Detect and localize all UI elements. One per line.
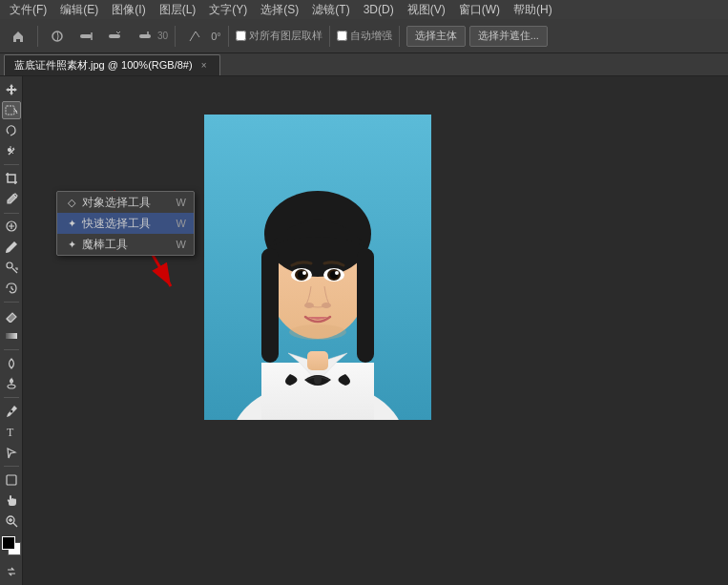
svg-rect-3 [139, 34, 151, 38]
foreground-color[interactable] [2, 536, 15, 550]
quick-select-tool[interactable] [2, 101, 21, 120]
toolbar-sep-3 [228, 26, 229, 47]
history-brush-tool[interactable] [2, 279, 21, 298]
popup-quick-select-shortcut: W [177, 218, 186, 229]
main-area: T [0, 76, 728, 585]
left-toolbar: T [0, 76, 23, 585]
svg-point-32 [302, 271, 306, 275]
svg-rect-25 [357, 248, 374, 363]
svg-text:T: T [7, 426, 14, 438]
add-mode-btn[interactable] [102, 24, 127, 49]
lt-sep-3 [4, 302, 19, 303]
menu-filter[interactable]: 滤镜(T) [306, 0, 355, 20]
menu-window[interactable]: 窗口(W) [453, 0, 506, 20]
blur-tool[interactable] [2, 354, 21, 373]
quick-select-icon: ✦ [65, 217, 78, 230]
toolbar-sep-1 [37, 26, 38, 47]
svg-rect-24 [261, 248, 279, 363]
select-subject-button[interactable]: 选择主体 [406, 26, 466, 47]
options-toolbar: 30 0° 对所有图层取样 自动增强 选择主体 选择并遮住... [0, 19, 728, 53]
brush-size-indicator: 30 [157, 31, 168, 41]
path-select-tool[interactable] [2, 443, 21, 462]
popup-object-select-label: 对象选择工具 [82, 195, 151, 211]
tab-title: 蓝底证件照素材.jpg @ 100%(RGB/8#) [14, 58, 193, 73]
menu-view[interactable]: 视图(V) [402, 0, 451, 20]
popup-magic-wand-shortcut: W [177, 239, 186, 250]
menu-select[interactable]: 选择(S) [255, 0, 304, 20]
popup-quick-select-label: 快速选择工具 [82, 216, 151, 232]
menu-help[interactable]: 帮助(H) [508, 0, 558, 20]
shape-tool[interactable] [2, 470, 21, 490]
dodge-tool[interactable] [2, 375, 21, 394]
move-tool[interactable] [2, 80, 21, 99]
crop-tool[interactable] [2, 169, 21, 188]
tab-bar: 蓝底证件照素材.jpg @ 100%(RGB/8#) × [0, 53, 728, 76]
svg-point-33 [335, 271, 339, 275]
lt-sep-5 [4, 397, 19, 398]
svg-point-18 [314, 375, 322, 385]
menu-file[interactable]: 文件(F) [4, 0, 52, 20]
home-button[interactable] [6, 24, 31, 49]
select-and-mask-button[interactable]: 选择并遮住... [469, 26, 548, 47]
svg-point-9 [8, 385, 15, 388]
subtract-mode-btn[interactable] [133, 24, 157, 49]
menu-image[interactable]: 图像(I) [106, 0, 151, 20]
svg-rect-2 [109, 34, 120, 38]
active-tab[interactable]: 蓝底证件照素材.jpg @ 100%(RGB/8#) × [4, 54, 220, 75]
text-tool[interactable]: T [2, 423, 21, 442]
auto-enhance-checkbox[interactable] [337, 31, 347, 41]
lt-sep-4 [4, 349, 19, 350]
lt-sep-6 [4, 466, 19, 467]
clone-stamp-tool[interactable] [2, 259, 21, 278]
photo-canvas [204, 115, 431, 420]
popup-object-select-shortcut: W [177, 197, 186, 208]
brush-mode-btn[interactable] [73, 24, 98, 49]
sample-all-layers-label: 对所有图层取样 [249, 29, 322, 43]
svg-rect-19 [307, 351, 328, 370]
magic-wand-tool[interactable] [2, 142, 21, 161]
svg-point-7 [7, 262, 12, 268]
healing-tool[interactable] [2, 217, 21, 236]
zoom-tool[interactable] [2, 512, 21, 531]
eyedropper-tool[interactable] [2, 190, 21, 209]
auto-enhance-label: 自动增强 [350, 29, 392, 43]
svg-point-36 [289, 324, 346, 340]
toolbar-sep-5 [399, 26, 400, 47]
sample-all-layers-checkbox[interactable] [236, 31, 246, 41]
angle-value: 0° [211, 31, 221, 42]
toolbar-sep-4 [329, 26, 330, 47]
menu-3d[interactable]: 3D(D) [358, 1, 400, 18]
svg-rect-8 [6, 333, 17, 339]
popup-magic-wand[interactable]: ✦ 魔棒工具 W [57, 234, 194, 255]
angle-icon [182, 24, 207, 49]
menu-layer[interactable]: 图层(L) [154, 0, 202, 20]
lt-sep-2 [4, 213, 19, 214]
eraser-tool[interactable] [2, 306, 21, 325]
svg-point-34 [304, 303, 314, 308]
color-picker[interactable] [2, 536, 21, 555]
canvas-area: ◇ 对象选择工具 W ✦ 快速选择工具 W ✦ 魔棒工具 W [23, 76, 728, 585]
sample-all-layers-group: 对所有图层取样 [236, 29, 322, 43]
photo-image [204, 115, 431, 420]
lasso-tool[interactable] [2, 121, 21, 140]
svg-point-5 [8, 148, 10, 151]
svg-rect-4 [6, 106, 14, 115]
gradient-tool[interactable] [2, 326, 21, 345]
popup-quick-select[interactable]: ✦ 快速选择工具 W [57, 213, 194, 234]
tab-close-button[interactable]: × [198, 59, 210, 71]
popup-object-select[interactable]: ◇ 对象选择工具 W [57, 192, 194, 213]
menu-type[interactable]: 文字(Y) [203, 0, 253, 20]
pen-tool[interactable] [2, 402, 21, 421]
toolbar-sep-2 [175, 26, 176, 47]
menu-bar: 文件(F) 编辑(E) 图像(I) 图层(L) 文字(Y) 选择(S) 滤镜(T… [0, 0, 728, 19]
hand-tool[interactable] [2, 491, 21, 510]
brush-preset-btn[interactable] [45, 24, 70, 49]
swap-colors-button[interactable] [2, 563, 21, 582]
svg-rect-12 [7, 475, 16, 485]
auto-enhance-group: 自动增强 [337, 29, 392, 43]
brush-tool[interactable] [2, 238, 21, 257]
tool-popup: ◇ 对象选择工具 W ✦ 快速选择工具 W ✦ 魔棒工具 W [56, 191, 195, 256]
popup-magic-wand-label: 魔棒工具 [82, 237, 128, 253]
svg-rect-1 [80, 34, 92, 38]
menu-edit[interactable]: 编辑(E) [54, 0, 104, 20]
